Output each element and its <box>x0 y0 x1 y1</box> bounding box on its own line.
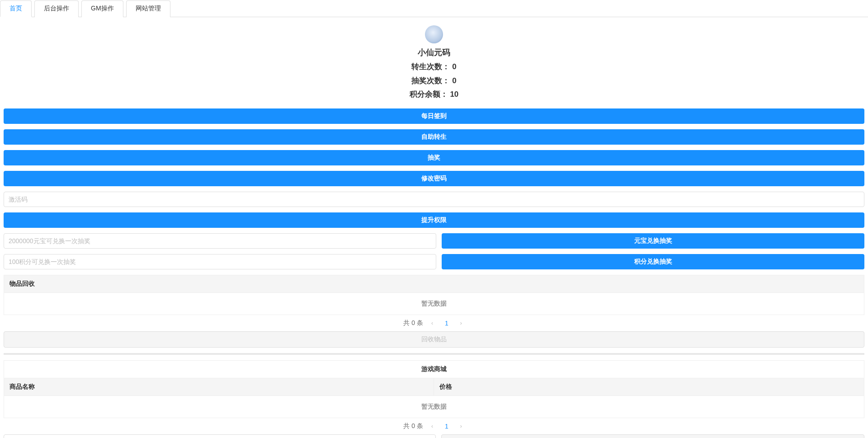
game-store-section: 游戏商城 商品名称 价格 暂无数据 共 0 条 ‹ 1 › 购买 <box>4 360 864 438</box>
store-total: 共 0 条 <box>403 422 423 430</box>
stat-points-label: 积分余额： <box>410 90 448 99</box>
recycle-pagination: 共 0 条 ‹ 1 › <box>4 315 864 331</box>
profile-name: 小仙元码 <box>4 47 864 58</box>
stat-points: 积分余额： 10 <box>4 88 864 102</box>
buy-button: 购买 <box>441 434 864 438</box>
divider <box>4 353 864 355</box>
points-exchange-button[interactable]: 积分兑换抽奖 <box>442 254 864 269</box>
stat-lottery: 抽奖次数： 0 <box>4 74 864 88</box>
game-store-header: 游戏商城 <box>4 360 864 378</box>
buy-qty-input[interactable] <box>4 434 436 438</box>
tab-site-manage[interactable]: 网站管理 <box>126 0 170 17</box>
activation-code-input[interactable] <box>4 192 864 207</box>
col-price: 价格 <box>434 378 864 396</box>
self-rebirth-button[interactable]: 自助转生 <box>4 129 864 145</box>
recycle-empty: 暂无数据 <box>4 293 864 315</box>
recycle-next-page[interactable]: › <box>458 319 465 327</box>
daily-checkin-button[interactable]: 每日签到 <box>4 108 864 124</box>
stat-lottery-value: 0 <box>452 76 456 85</box>
stat-lottery-label: 抽奖次数： <box>411 76 450 85</box>
points-input[interactable] <box>4 254 436 269</box>
lottery-button[interactable]: 抽奖 <box>4 150 864 165</box>
col-product-name: 商品名称 <box>4 378 434 396</box>
recycle-total: 共 0 条 <box>403 319 423 327</box>
tab-home[interactable]: 首页 <box>0 0 32 17</box>
stat-rebirth-value: 0 <box>452 62 456 71</box>
yuanbao-input[interactable] <box>4 233 436 249</box>
recycle-prev-page[interactable]: ‹ <box>429 319 436 327</box>
recycle-page-1[interactable]: 1 <box>441 319 452 328</box>
change-password-button[interactable]: 修改密码 <box>4 171 864 186</box>
profile-section: 小仙元码 转生次数： 0 抽奖次数： 0 积分余额： 10 <box>4 25 864 102</box>
store-pagination: 共 0 条 ‹ 1 › <box>4 418 864 434</box>
tab-gm[interactable]: GM操作 <box>81 0 123 17</box>
item-recycle-section: 物品回收 暂无数据 共 0 条 ‹ 1 › 回收物品 <box>4 275 864 348</box>
store-empty: 暂无数据 <box>4 396 864 418</box>
store-page-1[interactable]: 1 <box>441 422 452 431</box>
store-prev-page[interactable]: ‹ <box>429 422 436 430</box>
store-table-header: 商品名称 价格 <box>4 378 864 396</box>
stat-rebirth-label: 转生次数： <box>411 62 450 71</box>
item-recycle-header: 物品回收 <box>4 275 864 293</box>
stat-points-value: 10 <box>450 90 458 99</box>
stat-rebirth: 转生次数： 0 <box>4 60 864 74</box>
tab-backend[interactable]: 后台操作 <box>34 0 79 17</box>
upgrade-perm-button[interactable]: 提升权限 <box>4 212 864 228</box>
tab-bar: 首页 后台操作 GM操作 网站管理 <box>0 0 868 17</box>
avatar <box>425 25 443 43</box>
store-next-page[interactable]: › <box>458 422 465 430</box>
recycle-item-button: 回收物品 <box>4 331 864 348</box>
yuanbao-exchange-button[interactable]: 元宝兑换抽奖 <box>442 233 864 249</box>
